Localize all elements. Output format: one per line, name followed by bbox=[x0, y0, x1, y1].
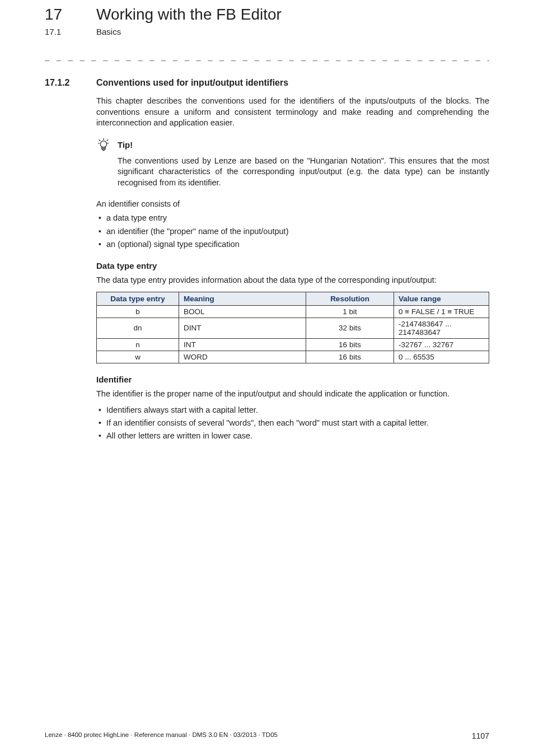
cell-meaning: INT bbox=[179, 338, 306, 351]
table-row: dn DINT 32 bits -2147483647 ... 21474836… bbox=[97, 318, 489, 338]
intro-paragraph: This chapter describes the conventions u… bbox=[96, 96, 489, 129]
subchapter-header: 17.1 Basics bbox=[45, 27, 489, 36]
table-row: n INT 16 bits -32767 ... 32767 bbox=[97, 338, 489, 351]
col-header-resolution: Resolution bbox=[306, 292, 394, 305]
cell-meaning: BOOL bbox=[179, 305, 306, 318]
cell-resolution: 32 bits bbox=[306, 318, 394, 338]
section-header: 17.1.2 Conventions used for input/output… bbox=[45, 78, 489, 88]
data-type-entry-heading: Data type entry bbox=[96, 261, 489, 270]
table-row: w WORD 16 bits 0 ... 65535 bbox=[97, 351, 489, 363]
identifier-list: Identifiers always start with a capital … bbox=[96, 404, 489, 443]
section-number: 17.1.2 bbox=[45, 78, 78, 88]
col-header-meaning: Meaning bbox=[179, 292, 306, 305]
lightbulb-icon bbox=[96, 138, 111, 152]
subchapter-number: 17.1 bbox=[45, 27, 78, 36]
cell-meaning: DINT bbox=[179, 318, 306, 338]
footer-left: Lenze · 8400 protec HighLine · Reference… bbox=[45, 731, 278, 740]
svg-line-3 bbox=[99, 139, 100, 141]
page-footer: Lenze · 8400 protec HighLine · Reference… bbox=[45, 731, 489, 740]
tip-label: Tip! bbox=[118, 140, 133, 150]
list-item: All other letters are written in lower c… bbox=[96, 430, 489, 442]
cell-resolution: 1 bit bbox=[306, 305, 394, 318]
chapter-title: Working with the FB Editor bbox=[96, 6, 282, 24]
page: 17 Working with the FB Editor 17.1 Basic… bbox=[0, 0, 534, 756]
cell-resolution: 16 bits bbox=[306, 351, 394, 363]
dashed-separator: _ _ _ _ _ _ _ _ _ _ _ _ _ _ _ _ _ _ _ _ … bbox=[45, 53, 489, 62]
chapter-number: 17 bbox=[45, 6, 78, 24]
cell-entry: dn bbox=[97, 318, 179, 338]
identifier-para: The identifier is the proper name of the… bbox=[96, 389, 489, 400]
section-title: Conventions used for input/output identi… bbox=[96, 78, 288, 88]
identifier-consists-lead: An identifier consists of bbox=[96, 199, 489, 208]
cell-range: 0 ≡ FALSE / 1 ≡ TRUE bbox=[394, 305, 489, 318]
list-item: Identifiers always start with a capital … bbox=[96, 404, 489, 417]
subchapter-title: Basics bbox=[96, 27, 121, 36]
cell-range: -2147483647 ... 2147483647 bbox=[394, 318, 489, 338]
data-type-entry-para: The data type entry provides information… bbox=[96, 275, 489, 286]
list-item: If an identifier consists of several "wo… bbox=[96, 417, 489, 430]
cell-entry: b bbox=[97, 305, 179, 318]
table-header-row: Data type entry Meaning Resolution Value… bbox=[97, 292, 489, 305]
list-item: an identifier (the "proper" name of the … bbox=[96, 225, 489, 238]
identifier-heading: Identifier bbox=[96, 375, 489, 384]
cell-range: 0 ... 65535 bbox=[394, 351, 489, 363]
tip-text: The conventions used by Lenze are based … bbox=[118, 156, 489, 189]
cell-meaning: WORD bbox=[179, 351, 306, 363]
svg-point-5 bbox=[100, 141, 106, 147]
chapter-header: 17 Working with the FB Editor bbox=[45, 6, 489, 24]
cell-resolution: 16 bits bbox=[306, 338, 394, 351]
tip-header: Tip! bbox=[96, 138, 489, 152]
body: This chapter describes the conventions u… bbox=[96, 96, 489, 443]
cell-entry: n bbox=[97, 338, 179, 351]
col-header-range: Value range bbox=[394, 292, 489, 305]
list-item: a data type entry bbox=[96, 212, 489, 225]
page-number: 1107 bbox=[472, 731, 489, 740]
cell-range: -32767 ... 32767 bbox=[394, 338, 489, 351]
col-header-entry: Data type entry bbox=[97, 292, 179, 305]
svg-line-4 bbox=[107, 139, 108, 141]
list-item: an (optional) signal type specification bbox=[96, 238, 489, 251]
cell-entry: w bbox=[97, 351, 179, 363]
table-row: b BOOL 1 bit 0 ≡ FALSE / 1 ≡ TRUE bbox=[97, 305, 489, 318]
data-type-table: Data type entry Meaning Resolution Value… bbox=[96, 292, 489, 363]
identifier-consists-list: a data type entry an identifier (the "pr… bbox=[96, 212, 489, 251]
